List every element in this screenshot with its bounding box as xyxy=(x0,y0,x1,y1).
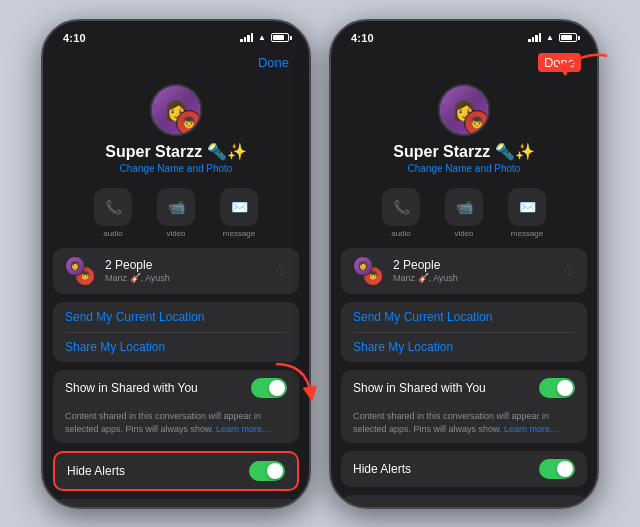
leave-btn-left[interactable]: Leave this Conversation xyxy=(53,499,299,506)
people-section-right: 👩 👦 2 People Manz 🎸, Ayush ⓘ xyxy=(341,248,587,294)
share-location-left[interactable]: Share My Location xyxy=(53,332,299,362)
done-button-right[interactable]: Done xyxy=(538,53,581,72)
shared-description-right: Content shared in this conversation will… xyxy=(341,406,587,443)
audio-label-left: audio xyxy=(103,229,123,238)
phone-frame-left: 4:10 ▲ Done xyxy=(41,19,311,509)
screen-right: 4:10 ▲ Done xyxy=(331,21,597,507)
time-left: 4:10 xyxy=(63,32,86,44)
hide-alerts-knob-left xyxy=(267,463,283,479)
video-label-left: video xyxy=(166,229,185,238)
action-buttons-left: 📞 audio 📹 video ✉️ message xyxy=(43,184,309,248)
phone-right: 4:10 ▲ Done xyxy=(329,19,599,509)
avatar-second-right: 👦 xyxy=(464,110,490,136)
message-button-left[interactable]: ✉️ message xyxy=(212,188,267,238)
header-left: Done xyxy=(43,49,309,80)
video-button-right[interactable]: 📹 video xyxy=(437,188,492,238)
hide-alerts-toggle-left[interactable] xyxy=(249,461,285,481)
people-item-left[interactable]: 👩 👦 2 People Manz 🎸, Ayush ⓘ xyxy=(53,248,299,294)
status-icons-right: ▲ xyxy=(528,33,577,42)
time-right: 4:10 xyxy=(351,32,374,44)
video-icon-left: 📹 xyxy=(157,188,195,226)
chevron-icon-left: ⓘ xyxy=(277,264,287,278)
screen-left: 4:10 ▲ Done xyxy=(43,21,309,507)
mini-avatar-1-right: 👩 xyxy=(353,256,373,276)
phone-icon-left: 📞 xyxy=(94,188,132,226)
battery-icon-right xyxy=(559,33,577,42)
shared-label-right: Show in Shared with You xyxy=(353,381,486,395)
people-avatars-left: 👩 👦 xyxy=(65,256,95,286)
group-name-right: Super Starzz 🔦✨ xyxy=(393,142,534,161)
group-info-right: 👩 👦 Super Starzz 🔦✨ Change Name and Phot… xyxy=(331,80,597,184)
hide-alerts-section-left: Hide Alerts xyxy=(53,451,299,491)
hide-alerts-knob-right xyxy=(557,461,573,477)
signal-icon-left xyxy=(240,33,253,42)
header-right: Done xyxy=(331,49,597,80)
people-title-left: 2 People xyxy=(105,258,277,272)
audio-button-left[interactable]: 📞 audio xyxy=(86,188,141,238)
hide-alerts-toggle-right[interactable] xyxy=(539,459,575,479)
leave-btn-right[interactable]: Leave this Conversation xyxy=(341,495,587,506)
video-button-left[interactable]: 📹 video xyxy=(149,188,204,238)
shared-toggle-knob-right xyxy=(557,380,573,396)
change-name-left[interactable]: Change Name and Photo xyxy=(120,163,233,174)
message-icon-right: ✉️ xyxy=(508,188,546,226)
people-content-right: 2 People Manz 🎸, Ayush xyxy=(393,258,565,283)
people-section-left: 👩 👦 2 People Manz 🎸, Ayush ⓘ xyxy=(53,248,299,294)
video-label-right: video xyxy=(454,229,473,238)
shared-section-right: Show in Shared with You Content shared i… xyxy=(341,370,587,443)
people-title-right: 2 People xyxy=(393,258,565,272)
shared-section-left: Show in Shared with You Content shared i… xyxy=(53,370,299,443)
avatar-second-left: 👦 xyxy=(176,110,202,136)
hide-alerts-label-right: Hide Alerts xyxy=(353,462,411,476)
people-avatars-right: 👩 👦 xyxy=(353,256,383,286)
hide-alerts-row-right: Hide Alerts xyxy=(341,451,587,487)
location-section-left: Send My Current Location Share My Locati… xyxy=(53,302,299,363)
shared-description-left: Content shared in this conversation will… xyxy=(53,406,299,443)
learn-more-link-right[interactable]: Learn more... xyxy=(504,424,558,434)
video-icon-right: 📹 xyxy=(445,188,483,226)
hide-alerts-label-left: Hide Alerts xyxy=(67,464,125,478)
shared-toggle-right[interactable] xyxy=(539,378,575,398)
people-item-right[interactable]: 👩 👦 2 People Manz 🎸, Ayush ⓘ xyxy=(341,248,587,294)
status-bar-left: 4:10 ▲ xyxy=(43,21,309,49)
shared-toggle-left[interactable] xyxy=(251,378,287,398)
location-section-right: Send My Current Location Share My Locati… xyxy=(341,302,587,363)
learn-more-link-left[interactable]: Learn more... xyxy=(216,424,270,434)
people-subtitle-right: Manz 🎸, Ayush xyxy=(393,273,565,283)
content-list-left: 👩 👦 2 People Manz 🎸, Ayush ⓘ Send My Cur… xyxy=(43,248,309,507)
audio-label-right: audio xyxy=(391,229,411,238)
audio-button-right[interactable]: 📞 audio xyxy=(374,188,429,238)
change-name-right[interactable]: Change Name and Photo xyxy=(408,163,521,174)
shared-toggle-knob-left xyxy=(269,380,285,396)
phone-frame-right: 4:10 ▲ Done xyxy=(329,19,599,509)
message-label-right: message xyxy=(511,229,543,238)
hide-alerts-section-right: Hide Alerts xyxy=(341,451,587,487)
send-location-right[interactable]: Send My Current Location xyxy=(341,302,587,332)
message-label-left: message xyxy=(223,229,255,238)
shared-toggle-row-left: Show in Shared with You xyxy=(53,370,299,406)
people-subtitle-left: Manz 🎸, Ayush xyxy=(105,273,277,283)
status-bar-right: 4:10 ▲ xyxy=(331,21,597,49)
send-location-left[interactable]: Send My Current Location xyxy=(53,302,299,332)
status-icons-left: ▲ xyxy=(240,33,289,42)
content-list-right: 👩 👦 2 People Manz 🎸, Ayush ⓘ Send My Cur… xyxy=(331,248,597,507)
group-info-left: 👩 👦 Super Starzz 🔦✨ Change Name and Phot… xyxy=(43,80,309,184)
chevron-icon-right: ⓘ xyxy=(565,264,575,278)
group-avatar-right: 👩 👦 xyxy=(438,84,490,136)
wifi-icon-right: ▲ xyxy=(546,33,554,42)
done-button-left[interactable]: Done xyxy=(254,53,293,72)
people-content-left: 2 People Manz 🎸, Ayush xyxy=(105,258,277,283)
group-avatar-left: 👩 👦 xyxy=(150,84,202,136)
phone-left: 4:10 ▲ Done xyxy=(41,19,311,509)
share-location-right[interactable]: Share My Location xyxy=(341,332,587,362)
signal-icon-right xyxy=(528,33,541,42)
action-buttons-right: 📞 audio 📹 video ✉️ message xyxy=(331,184,597,248)
hide-alerts-row-left: Hide Alerts xyxy=(55,453,297,489)
shared-label-left: Show in Shared with You xyxy=(65,381,198,395)
phone-icon-right: 📞 xyxy=(382,188,420,226)
battery-icon-left xyxy=(271,33,289,42)
message-button-right[interactable]: ✉️ message xyxy=(500,188,555,238)
shared-toggle-row-right: Show in Shared with You xyxy=(341,370,587,406)
group-name-left: Super Starzz 🔦✨ xyxy=(105,142,246,161)
message-icon-left: ✉️ xyxy=(220,188,258,226)
